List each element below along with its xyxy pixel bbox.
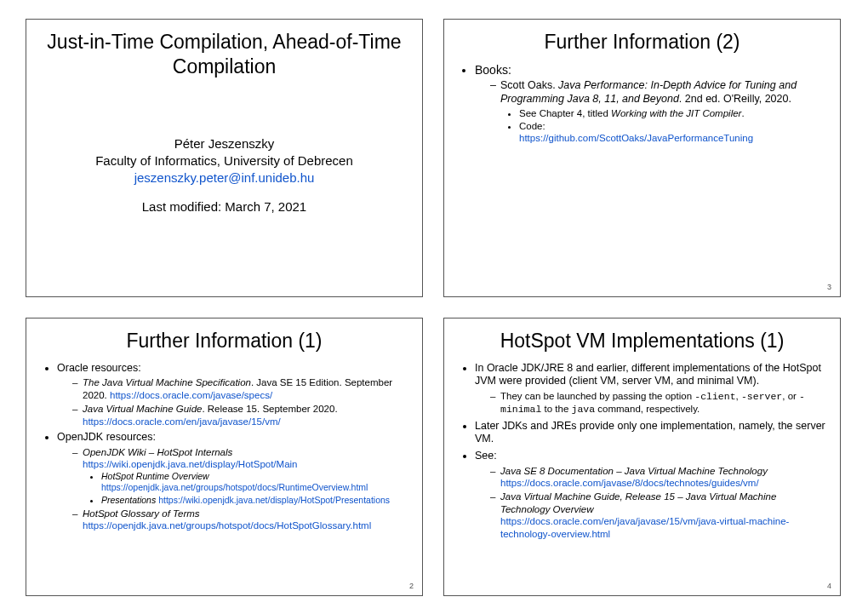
list-item: They can be launched by passing the opti… [490, 390, 828, 416]
slide-title: Further Information (2) [456, 30, 828, 55]
doc-title: Java Virtual Machine Guide [83, 404, 202, 414]
bullet-list: Oracle resources: The Java Virtual Machi… [38, 362, 410, 532]
list-item: See: Java SE 8 Documentation – Java Virt… [475, 450, 828, 540]
slide-title: HotSpot VM Implementations (1) [456, 329, 828, 353]
list-item: Books: Scott Oaks. Java Performance: In-… [475, 63, 828, 145]
list-item: OpenJDK Wiki – HotSpot Internals https:/… [72, 446, 410, 506]
list-item: See Chapter 4, titled Working with the J… [519, 107, 828, 119]
text: to the [541, 404, 571, 414]
slide-2: Further Information (1) Oracle resources… [26, 318, 423, 596]
text: Scott Oaks. [500, 79, 558, 91]
affiliation: Faculty of Informatics, University of De… [38, 152, 410, 169]
text: command, respectively. [595, 404, 700, 414]
bullet-list: Books: Scott Oaks. Java Performance: In-… [456, 63, 828, 145]
list-item: HotSpot Runtime Overview https://openjdk… [101, 471, 410, 493]
code-label: Code: [519, 121, 545, 131]
doc-title: Java SE 8 Documentation – Java Virtual M… [500, 466, 768, 476]
doc-title: Presentations [101, 495, 158, 505]
link[interactable]: https://docs.oracle.com/javase/specs/ [110, 390, 272, 400]
list-item: Scott Oaks. Java Performance: In-Depth A… [490, 79, 828, 144]
text: . Release 15. September 2020. [202, 404, 337, 414]
page-number: 3 [827, 283, 831, 291]
text: . [741, 108, 744, 118]
link[interactable]: https://wiki.openjdk.java.net/display/Ho… [83, 459, 298, 469]
list-item: Oracle resources: The Java Virtual Machi… [57, 362, 410, 428]
code-text: -server [741, 391, 782, 402]
list-item: Java Virtual Machine Guide, Release 15 –… [490, 491, 828, 540]
list-item: In Oracle JDK/JRE 8 and earlier, differe… [475, 362, 828, 416]
list-item: Java SE 8 Documentation – Java Virtual M… [490, 465, 828, 490]
text: They can be launched by passing the opti… [500, 391, 694, 401]
chapter-title: Working with the JIT Compiler [611, 108, 741, 118]
slide-1: Just-in-Time Compilation, Ahead-of-Time … [26, 19, 423, 297]
link[interactable]: https://docs.oracle.com/en/java/javase/1… [500, 516, 789, 538]
slide-title: Further Information (1) [38, 329, 410, 353]
link[interactable]: https://openjdk.java.net/groups/hotspot/… [101, 482, 368, 492]
slide-3: Further Information (2) Books: Scott Oak… [443, 19, 841, 297]
doc-title: HotSpot Glossary of Terms [83, 508, 200, 519]
books-label: Books: [475, 63, 511, 77]
email-link[interactable]: jeszenszky.peter@inf.unideb.hu [38, 169, 410, 186]
code-link[interactable]: https://github.com/ScottOaks/JavaPerform… [519, 133, 753, 143]
see-label: See: [475, 450, 497, 462]
list-item: The Java Virtual Machine Specification. … [72, 376, 410, 401]
text: In Oracle JDK/JRE 8 and earlier, differe… [475, 362, 821, 387]
code-text: java [571, 404, 595, 415]
link[interactable]: https://docs.oracle.com/en/java/javase/1… [83, 416, 281, 427]
slide-title: Just-in-Time Compilation, Ahead-of-Time … [38, 30, 410, 79]
code-text: -client [694, 391, 735, 402]
list-item: HotSpot Glossary of Terms https://openjd… [72, 508, 410, 532]
list-item: Java Virtual Machine Guide. Release 15. … [72, 403, 410, 428]
doc-title: The Java Virtual Machine Specification [83, 377, 251, 387]
list-item: Code: https://github.com/ScottOaks/JavaP… [519, 120, 828, 145]
last-modified: Last modified: March 7, 2021 [38, 198, 410, 215]
list-item: Later JDKs and JREs provide only one imp… [475, 420, 828, 446]
link[interactable]: https://docs.oracle.com/javase/8/docs/te… [500, 478, 759, 488]
text: . 2nd ed. O'Reilly, 2020. [679, 93, 791, 105]
handout-sheet: Just-in-Time Compilation, Ahead-of-Time … [0, 0, 868, 614]
list-item: OpenJDK resources: OpenJDK Wiki – HotSpo… [57, 431, 410, 532]
oracle-label: Oracle resources: [57, 362, 141, 374]
link[interactable]: https://openjdk.java.net/groups/hotspot/… [83, 520, 371, 531]
list-item: Presentations https://wiki.openjdk.java.… [101, 495, 410, 506]
openjdk-label: OpenJDK resources: [57, 431, 156, 443]
page-number: 2 [409, 582, 414, 590]
slide-4: HotSpot VM Implementations (1) In Oracle… [443, 318, 841, 596]
text: , or [782, 391, 799, 401]
title-meta: Péter Jeszenszky Faculty of Informatics,… [38, 135, 410, 216]
link[interactable]: https://wiki.openjdk.java.net/display/Ho… [158, 495, 390, 505]
doc-title: OpenJDK Wiki – HotSpot Internals [83, 447, 232, 457]
text: Later JDKs and JREs provide only one imp… [475, 420, 825, 445]
doc-title: HotSpot Runtime Overview [101, 471, 209, 481]
text: See Chapter 4, titled [519, 108, 611, 118]
doc-title: Java Virtual Machine Guide, Release 15 –… [500, 491, 776, 514]
author: Péter Jeszenszky [38, 135, 410, 152]
bullet-list: In Oracle JDK/JRE 8 and earlier, differe… [456, 362, 828, 540]
page-number: 4 [827, 582, 831, 590]
